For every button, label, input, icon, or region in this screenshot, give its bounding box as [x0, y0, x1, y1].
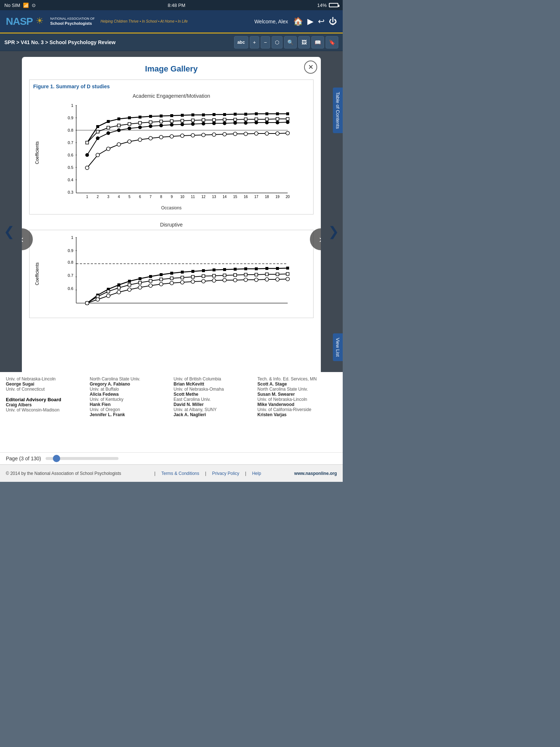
nasp-symbol-icon: ☀: [36, 16, 47, 27]
svg-text:9: 9: [171, 195, 173, 199]
svg-rect-50: [213, 113, 215, 116]
signal-icon: ⊙: [32, 3, 36, 8]
svg-rect-51: [223, 113, 226, 116]
svg-rect-75: [265, 118, 268, 121]
svg-rect-144: [223, 268, 226, 271]
svg-point-106: [170, 135, 174, 138]
status-bar: No SIM 📶 ⊙ 8:48 PM 14%: [0, 0, 343, 10]
svg-point-113: [244, 132, 248, 136]
svg-point-89: [202, 122, 205, 125]
institution-text: Univ. of Oregon: [90, 407, 120, 412]
institution-text: Univ. of British Columbia: [174, 376, 221, 382]
header-right: Welcome, Alex 🏠 ▶ ↩ ⏻: [254, 17, 337, 26]
svg-point-84: [149, 124, 152, 128]
section-header: Editorial Advisory Board: [6, 397, 61, 402]
institution-text: East Carolina Univ.: [174, 397, 211, 402]
nasp-acronym: NASP: [6, 16, 33, 27]
chart1-y-label: Coefficients: [33, 102, 40, 204]
editor-name: Gregory A. Fabiano: [90, 382, 130, 387]
svg-rect-160: [181, 276, 184, 279]
svg-point-93: [244, 121, 248, 125]
svg-rect-72: [234, 118, 237, 121]
terms-link[interactable]: Terms & Conditions: [161, 471, 199, 476]
svg-text:0.9: 0.9: [68, 116, 73, 120]
svg-text:12: 12: [201, 195, 206, 199]
svg-text:10: 10: [180, 195, 184, 199]
svg-rect-71: [223, 118, 226, 121]
svg-rect-74: [255, 118, 258, 121]
bookmark-button[interactable]: 🔖: [326, 36, 338, 49]
svg-text:0.5: 0.5: [68, 165, 73, 170]
close-button[interactable]: ✕: [304, 61, 317, 74]
svg-rect-155: [128, 283, 131, 286]
svg-rect-158: [160, 278, 163, 281]
page-label: Page (3 of 130): [6, 456, 41, 461]
editor-name: Jennifer L. Frank: [90, 412, 125, 417]
svg-point-181: [191, 280, 195, 283]
breadcrumb: SPR > V41 No. 3 > School Psychology Revi…: [4, 39, 234, 45]
chevron-left-icon: ‹: [22, 233, 24, 245]
svg-point-178: [159, 282, 163, 286]
nasp-tagline: Helping Children Thrive • In School • At…: [101, 19, 188, 23]
svg-point-105: [159, 135, 163, 139]
editor-name: Hank Fien: [90, 402, 110, 407]
svg-rect-138: [160, 273, 163, 276]
svg-point-95: [265, 121, 269, 124]
privacy-link[interactable]: Privacy Policy: [212, 471, 240, 476]
svg-rect-140: [181, 271, 184, 274]
svg-text:2: 2: [97, 195, 99, 199]
zoom-in-button[interactable]: +: [250, 36, 259, 49]
home-button[interactable]: 🏠: [293, 17, 303, 26]
svg-point-177: [149, 284, 152, 287]
svg-rect-43: [139, 116, 141, 119]
image-button[interactable]: 🖼: [298, 36, 310, 49]
svg-point-83: [138, 125, 142, 129]
svg-point-101: [117, 143, 121, 146]
editor-name: Scott Methe: [174, 392, 198, 397]
svg-rect-163: [213, 274, 215, 277]
editor-name: Alicia Fedewa: [90, 392, 118, 397]
svg-rect-164: [223, 274, 226, 277]
toc-tab[interactable]: Table of Contents: [333, 88, 343, 133]
institution-text: Univ. of Wisconsin-Madison: [6, 407, 59, 413]
svg-point-185: [233, 278, 237, 282]
toolbar: abc + − ⬡ 🔍 🖼 📖 🔖: [234, 36, 338, 49]
svg-point-180: [180, 280, 184, 284]
view-list-button[interactable]: View List: [333, 333, 343, 361]
wifi-icon: 📶: [23, 3, 29, 8]
svg-text:0.3: 0.3: [68, 190, 73, 194]
svg-rect-41: [117, 117, 120, 120]
svg-rect-169: [276, 273, 279, 276]
svg-rect-46: [170, 114, 173, 117]
page-slider[interactable]: [46, 457, 118, 460]
svg-text:18: 18: [265, 195, 269, 199]
svg-rect-73: [244, 118, 247, 121]
search-button[interactable]: 🔍: [284, 36, 297, 49]
back-button[interactable]: ↩: [318, 17, 324, 26]
book-button[interactable]: 📖: [311, 36, 324, 49]
status-bar-left: No SIM 📶 ⊙: [4, 3, 36, 8]
svg-rect-57: [286, 112, 289, 115]
chart1-svg: 1 0.9 0.8 0.7 0.6 0.5: [40, 102, 310, 204]
editorial-col-3: Univ. of British Columbia Brian McKevitt…: [174, 376, 253, 448]
svg-point-79: [96, 136, 100, 140]
power-button[interactable]: ⏻: [329, 17, 337, 26]
svg-rect-65: [160, 120, 163, 123]
svg-rect-136: [139, 277, 141, 280]
svg-point-189: [276, 278, 279, 281]
help-link[interactable]: Help: [252, 471, 261, 476]
svg-rect-149: [276, 267, 279, 270]
share-button[interactable]: ⬡: [272, 36, 283, 49]
svg-point-171: [85, 301, 89, 305]
svg-rect-69: [202, 119, 205, 121]
play-button[interactable]: ▶: [307, 17, 314, 26]
svg-point-107: [180, 134, 184, 138]
svg-rect-166: [244, 273, 247, 276]
abc-button[interactable]: abc: [234, 36, 248, 49]
svg-point-110: [212, 133, 216, 136]
zoom-out-button[interactable]: −: [261, 36, 270, 49]
svg-rect-66: [170, 120, 173, 123]
editorial-col-4: Tech. & Info. Ed. Services, MN Scott A. …: [257, 376, 337, 448]
page-slider-thumb[interactable]: [53, 455, 60, 462]
chart1-container: Figure 1. Summary of D studies Academic …: [29, 80, 314, 214]
